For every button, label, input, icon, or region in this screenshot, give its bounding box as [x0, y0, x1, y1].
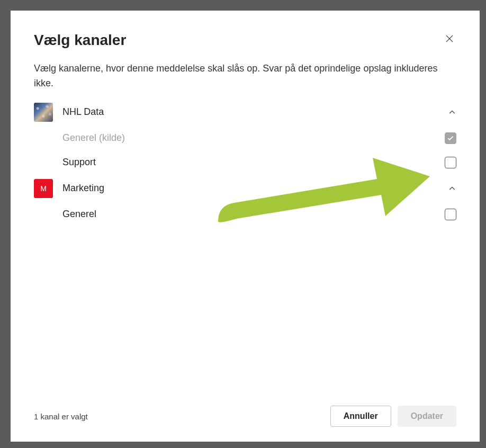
team-section: NHL Data Generel (kilde) Support [34, 98, 456, 175]
modal-description: Vælg kanalerne, hvor denne meddelelse sk… [34, 61, 456, 91]
chevron-up-icon [448, 184, 456, 193]
channel-name: Generel [62, 209, 445, 220]
team-avatar: M [34, 179, 53, 198]
close-button[interactable] [443, 32, 456, 46]
channel-row: Generel [34, 202, 456, 227]
team-name: Marketing [62, 183, 448, 194]
selection-status: 1 kanal er valgt [34, 412, 88, 421]
channel-checkbox[interactable] [445, 157, 456, 168]
modal-footer: 1 kanal er valgt Annuller Opdater [34, 395, 456, 427]
channel-checkbox[interactable] [445, 209, 456, 220]
channel-row: Generel (kilde) [34, 126, 456, 150]
team-name: NHL Data [62, 106, 448, 118]
channel-picker-modal: Vælg kanaler Vælg kanalerne, hvor denne … [11, 11, 480, 442]
modal-header: Vælg kanaler [34, 32, 456, 49]
close-icon [445, 34, 454, 43]
team-header-nhl-data[interactable]: NHL Data [34, 98, 456, 126]
team-section: M Marketing Generel [34, 175, 456, 227]
channel-row: Support [34, 150, 456, 175]
update-button[interactable]: Opdater [398, 406, 456, 427]
cancel-button[interactable]: Annuller [330, 406, 391, 427]
channel-checkbox-disabled [445, 132, 456, 144]
modal-title: Vælg kanaler [34, 32, 126, 49]
footer-buttons: Annuller Opdater [330, 406, 456, 427]
team-header-marketing[interactable]: M Marketing [34, 175, 456, 202]
check-icon [447, 135, 454, 142]
channel-name: Support [62, 157, 445, 168]
channel-name: Generel (kilde) [62, 132, 445, 144]
chevron-up-icon [448, 108, 456, 117]
team-avatar [34, 103, 53, 122]
